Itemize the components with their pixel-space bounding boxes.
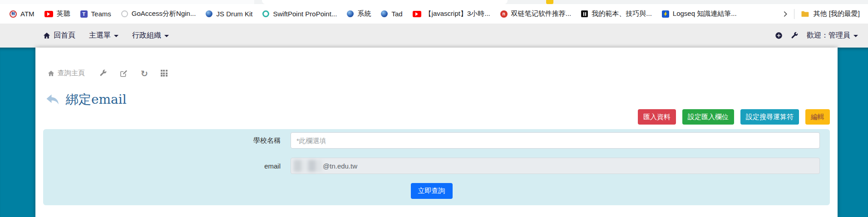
blue-sphere-icon <box>206 10 212 17</box>
school-name-input[interactable] <box>291 132 820 149</box>
bookmark-js-drum-kit[interactable]: JS Drum Kit <box>201 7 257 21</box>
set-search-operator-button[interactable]: 設定搜尋運算符 <box>740 109 799 125</box>
bookmark-backlink-notes[interactable]: n 双链笔记软件推荐... <box>495 7 577 21</box>
email-label: email <box>43 162 291 170</box>
extension-icon[interactable] <box>546 0 553 4</box>
email-row: email @tn.edu.tw <box>43 158 820 174</box>
bookmark-tad[interactable]: Tad <box>376 7 407 21</box>
bookmarks-overflow-chevron[interactable] <box>781 10 789 18</box>
chevron-down-icon <box>164 35 169 37</box>
breadcrumb-home-label: 查詢主頁 <box>58 69 85 77</box>
logseq-icon <box>662 10 669 18</box>
nav-main-menu-label: 主選單 <box>89 31 111 40</box>
wrench-icon[interactable] <box>791 32 799 39</box>
bookmark-label: Teams <box>91 10 111 18</box>
nav-main-menu[interactable]: 主選單 <box>89 31 118 40</box>
bookmark-label: 双链笔记软件推荐... <box>511 10 572 18</box>
page-background: 查詢主頁 ↻ 綁定email 匯入資料 設定匯入欄位 設定搜尋運算符 <box>0 48 868 217</box>
bookmark-english-listening[interactable]: 英聽 <box>39 7 75 21</box>
nav-admin-org-label: 行政組織 <box>132 31 161 40</box>
submit-row: 立即查詢 <box>43 183 820 199</box>
nav-home-label: 回首頁 <box>54 31 75 40</box>
home-icon <box>48 70 54 77</box>
blue-sphere-icon <box>381 10 388 17</box>
omnibox[interactable] <box>262 0 508 4</box>
atm-post-icon: 郵 <box>10 10 17 18</box>
email-field-readonly[interactable]: @tn.edu.tw <box>291 158 820 174</box>
bookmark-my-templates[interactable]: 我的範本、技巧與... <box>576 7 657 21</box>
goaccess-icon <box>121 10 128 17</box>
bookmark-label: JS Drum Kit <box>216 10 252 18</box>
bookmark-logseq[interactable]: Logseq 知識連結筆... <box>657 7 742 21</box>
back-reply-icon[interactable] <box>45 93 60 106</box>
bookmark-label: SwiftPoint ProPoint... <box>273 10 337 18</box>
folder-icon <box>801 10 809 18</box>
bookmark-goaccess[interactable]: GoAccess分析Ngin... <box>116 7 201 21</box>
email-domain-text: @tn.edu.tw <box>323 162 357 170</box>
chevron-down-icon <box>853 35 858 37</box>
black-square-icon <box>581 10 588 17</box>
query-now-button[interactable]: 立即查詢 <box>411 183 453 199</box>
refresh-icon[interactable]: ↻ <box>141 70 148 77</box>
page-title: 綁定email <box>66 91 127 108</box>
other-favorites-folder[interactable]: 其他 [我的最愛] <box>799 7 862 21</box>
edit-icon[interactable] <box>120 69 128 77</box>
school-name-row: 學校名稱 <box>43 132 820 149</box>
swiftpoint-ring-icon <box>262 10 269 17</box>
youtube-icon <box>413 11 421 17</box>
breadcrumb: 查詢主頁 ↻ <box>43 69 830 77</box>
wrench-icon[interactable] <box>99 69 107 77</box>
nav-admin-org[interactable]: 行政組織 <box>132 31 169 40</box>
plus-circle-icon[interactable] <box>775 32 783 39</box>
youtube-icon <box>44 11 53 17</box>
bookmark-label: ATM <box>20 10 35 18</box>
query-form-panel: 學校名稱 email @tn.edu.tw 立即查詢 <box>43 129 830 205</box>
welcome-label: 歡迎：管理員 <box>807 31 850 40</box>
title-row: 綁定email <box>43 91 830 108</box>
bookmark-label: 我的範本、技巧與... <box>592 10 652 18</box>
bookmark-javascript-course[interactable]: 【javascript】3小時... <box>408 7 495 21</box>
divider <box>794 9 794 19</box>
bookmark-label: 系統 <box>357 10 371 18</box>
bookmarks-bar: 郵 ATM 英聽 T Teams GoAccess分析Ngin... JS Dr… <box>0 4 868 24</box>
bookmark-label: 【javascript】3小時... <box>425 10 490 18</box>
school-name-label: 學校名稱 <box>43 136 291 145</box>
censored-username-blur <box>294 160 322 172</box>
bookmark-label: Logseq 知識連結筆... <box>673 10 737 18</box>
grid-icon[interactable] <box>161 70 168 77</box>
nav-home[interactable]: 回首頁 <box>43 31 75 40</box>
welcome-admin-menu[interactable]: 歡迎：管理員 <box>807 31 858 40</box>
bookmark-system[interactable]: 系統 <box>342 7 376 21</box>
bookmark-label: 英聽 <box>57 10 70 18</box>
blue-sphere-icon <box>347 10 354 17</box>
red-circle-icon: n <box>500 10 508 18</box>
chevron-down-icon <box>114 35 118 37</box>
home-icon <box>43 32 50 39</box>
action-toolbar: 匯入資料 設定匯入欄位 設定搜尋運算符 編輯 <box>43 109 830 125</box>
content-card: 查詢主頁 ↻ 綁定email 匯入資料 設定匯入欄位 設定搜尋運算符 <box>35 48 838 217</box>
site-navbar: 回首頁 主選單 行政組織 歡迎：管理員 <box>0 24 868 48</box>
edit-button[interactable]: 編輯 <box>805 109 830 125</box>
teams-icon: T <box>80 10 88 18</box>
toolbar-background <box>0 0 254 4</box>
bookmark-label: GoAccess分析Ngin... <box>132 10 196 18</box>
folder-label: 其他 [我的最愛] <box>813 10 860 18</box>
set-import-fields-button[interactable]: 設定匯入欄位 <box>682 109 734 125</box>
import-data-button[interactable]: 匯入資料 <box>638 109 676 125</box>
bookmark-label: Tad <box>391 10 402 18</box>
bookmark-swiftpoint[interactable]: SwiftPoint ProPoint... <box>257 7 342 21</box>
breadcrumb-home-link[interactable]: 查詢主頁 <box>48 69 85 77</box>
bookmark-atm[interactable]: 郵 ATM <box>5 7 39 21</box>
browser-toolbar-edge <box>0 0 868 4</box>
bookmark-teams[interactable]: T Teams <box>75 7 116 21</box>
